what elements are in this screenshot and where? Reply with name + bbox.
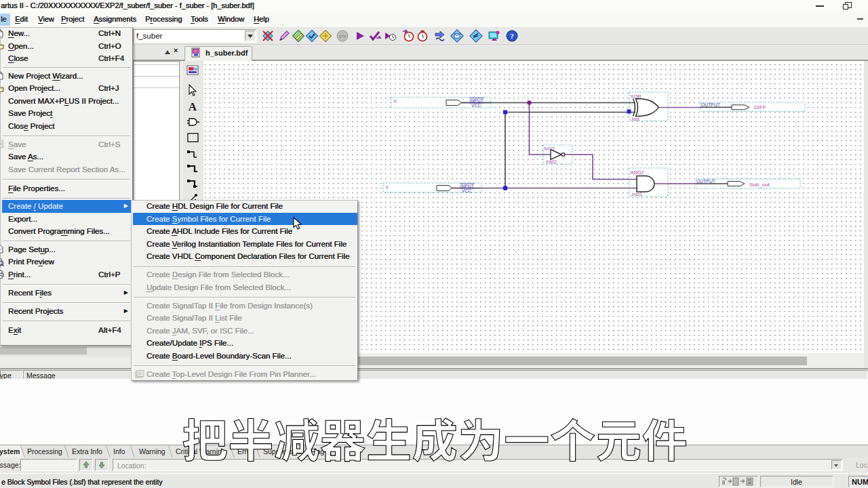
svg-text:Y: Y <box>385 184 389 190</box>
svg-text:inst: inst <box>632 116 641 122</box>
svg-text:X: X <box>393 98 397 104</box>
svg-text:A: A <box>189 100 197 113</box>
svg-text:XOR: XOR <box>631 94 642 100</box>
svg-text:DIFF: DIFF <box>754 104 766 110</box>
svg-text:inst2: inst2 <box>546 159 557 165</box>
svg-text:OUTPUT: OUTPUT <box>701 102 720 107</box>
svg-text:inst1: inst1 <box>632 191 643 197</box>
svg-text:STP: STP <box>338 35 347 39</box>
svg-text:Sub_out: Sub_out <box>749 182 770 188</box>
svg-text:INPUT: INPUT <box>460 184 474 188</box>
svg-text:AND2: AND2 <box>631 169 644 176</box>
svg-text:VCC: VCC <box>462 188 471 193</box>
svg-text:VCC: VCC <box>471 103 481 108</box>
svg-text:OUTPUT: OUTPUT <box>696 179 715 184</box>
svg-text:NOT: NOT <box>545 146 555 152</box>
svg-text:?: ? <box>510 32 514 40</box>
svg-text:INPUT: INPUT <box>470 98 484 103</box>
